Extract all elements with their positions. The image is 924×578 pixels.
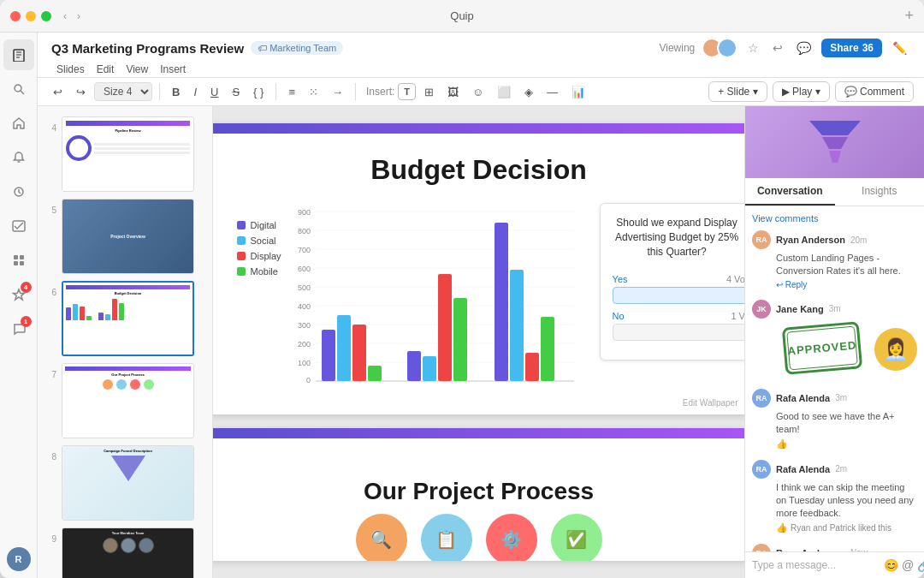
time-rafa-2: 2m <box>835 464 847 474</box>
sidebar-item-tasks[interactable] <box>3 211 34 241</box>
link-btn[interactable]: 🔗 <box>917 558 924 572</box>
code-btn[interactable]: { } <box>248 83 269 101</box>
insert-emoji-btn[interactable]: ☺ <box>467 83 489 101</box>
poll-no-votes: 1 Vote <box>731 311 744 321</box>
indent-btn[interactable]: → <box>327 83 348 101</box>
avatar-rafa-2: RA <box>752 460 771 479</box>
sidebar-item-starred[interactable]: 4 <box>3 279 34 310</box>
forward-button[interactable]: › <box>74 9 84 24</box>
underline-btn[interactable]: U <box>205 83 223 101</box>
slide-num-7: 7 <box>44 370 56 379</box>
italic-btn[interactable]: I <box>188 83 202 101</box>
slide-img-9[interactable]: Your Meridian Team <box>62 527 194 578</box>
slide-thumb-8[interactable]: 8 Campaign Funnel Description <box>38 442 212 524</box>
poll-option-no[interactable]: No 1 Vote <box>613 311 744 341</box>
maximize-button[interactable] <box>41 11 51 21</box>
align-btn[interactable]: ≡ <box>283 83 300 101</box>
redo-toolbar-btn[interactable]: ↪ <box>71 83 91 101</box>
name-rafa-1: Rafa Alenda <box>776 393 830 403</box>
slide-thumb-6[interactable]: 6 Budget Decision <box>38 277 212 360</box>
share-button[interactable]: Share 36 <box>821 39 882 57</box>
insert-shape-btn[interactable]: ◈ <box>519 83 538 101</box>
team-icon: 🏷 <box>258 43 267 53</box>
chat-icon-button[interactable]: 💬 <box>793 39 814 57</box>
size-select[interactable]: Size 4 <box>94 82 152 101</box>
bold-btn[interactable]: B <box>167 83 185 101</box>
edit-button[interactable]: ✏️ <box>889 39 910 57</box>
slide-img-7[interactable]: Our Project Process <box>62 363 194 438</box>
tab-insights[interactable]: Insights <box>835 178 925 206</box>
process-circle-2: 📋 <box>421 514 472 561</box>
slide-img-4[interactable]: Pipeline Review <box>62 116 194 192</box>
doc-header-right: Viewing ☆ ↩ 💬 Share 36 ✏️ <box>659 38 910 58</box>
comment-jane: JK Jane Kang 3m APPROVED 👩‍💼 <box>752 300 917 378</box>
slide-num-9: 9 <box>44 534 56 544</box>
toolbar-divider-2 <box>275 83 276 100</box>
poll-no-label: No <box>613 311 625 321</box>
slide-thumb-9[interactable]: 9 Your Meridian Team <box>38 524 212 578</box>
back-button[interactable]: ‹ <box>60 9 70 24</box>
svg-rect-12 <box>20 261 24 265</box>
svg-text:0: 0 <box>306 376 311 384</box>
svg-rect-36 <box>352 325 366 381</box>
slide-img-6[interactable]: Budget Decision <box>62 281 194 356</box>
play-btn[interactable]: ▶ Play ▾ <box>773 81 830 102</box>
sidebar-item-home[interactable] <box>3 108 34 139</box>
undo-button[interactable]: ↩ <box>769 39 786 57</box>
second-slide-inner: Our Project Process 🔍 📋 ⚙️ ✅ <box>213 438 744 561</box>
svg-rect-34 <box>322 330 335 381</box>
insert-image-btn[interactable]: 🖼 <box>442 83 464 101</box>
slide-btn[interactable]: + Slide ▾ <box>708 81 767 102</box>
doc-team-badge: 🏷 Marketing Team <box>251 41 343 55</box>
legend-social: Social <box>237 235 281 246</box>
slide-img-8[interactable]: Campaign Funnel Description <box>62 445 194 521</box>
at-btn[interactable]: @ <box>902 558 914 572</box>
toolbar-right: + Slide ▾ ▶ Play ▾ 💬 Comment <box>708 81 914 102</box>
edit-wallpaper-label[interactable]: Edit Wallpaper <box>683 398 738 408</box>
sidebar-item-recent[interactable] <box>3 176 34 207</box>
user-avatar[interactable]: R <box>7 547 31 571</box>
poll-option-yes[interactable]: Yes 4 Votes <box>613 274 744 304</box>
comment-rafa-2: RA Rafa Alenda 2m I think we can skip th… <box>752 460 917 533</box>
menu-view[interactable]: View <box>121 62 153 77</box>
message-input[interactable] <box>752 559 880 571</box>
star-button[interactable]: ☆ <box>744 39 762 57</box>
svg-text:800: 800 <box>298 227 311 235</box>
bullet-btn[interactable]: ⁙ <box>304 83 323 101</box>
sidebar-item-chat[interactable]: 1 <box>3 313 34 344</box>
emoji-btn[interactable]: 😊 <box>884 558 898 572</box>
slide-thumb-7[interactable]: 7 Our Project Process <box>38 360 212 442</box>
menu-insert[interactable]: Insert <box>155 62 191 77</box>
comment-ryan-1: RA Ryan Anderson 20m Custom Landing Page… <box>752 230 917 289</box>
slide-thumb-4[interactable]: 4 Pipeline Review <box>38 113 212 195</box>
sidebar-item-notifications[interactable] <box>3 142 34 173</box>
menu-slides[interactable]: Slides <box>51 62 90 77</box>
sidebar-item-search[interactable] <box>3 74 34 104</box>
undo-toolbar-btn[interactable]: ↩ <box>48 83 68 101</box>
legend-label-display: Display <box>251 251 281 261</box>
slide-num-6: 6 <box>44 288 56 297</box>
slide-img-5[interactable]: Project Overview <box>62 199 194 274</box>
insert-text-btn[interactable]: T <box>398 83 416 100</box>
slide-thumb-5[interactable]: 5 Project Overview <box>38 195 212 277</box>
strikethrough-btn[interactable]: S <box>227 83 245 101</box>
menu-edit[interactable]: Edit <box>92 62 120 77</box>
insert-link-btn[interactable]: ⬜ <box>492 83 516 101</box>
chart-area: Digital Social Display <box>237 203 721 395</box>
poll-bar-no <box>613 324 744 341</box>
second-slide-top-bar <box>213 428 744 438</box>
close-button[interactable] <box>10 11 21 21</box>
insert-more-btn[interactable]: — <box>542 83 563 101</box>
insert-table-btn[interactable]: ⊞ <box>419 83 439 101</box>
view-comments-link[interactable]: View comments <box>752 213 917 223</box>
new-tab-button[interactable]: + <box>904 7 914 25</box>
sidebar-item-grid[interactable] <box>3 245 34 276</box>
insert-chart-btn[interactable]: 📊 <box>566 83 590 101</box>
avatar-ryan-1: RA <box>752 230 771 249</box>
minimize-button[interactable] <box>26 11 36 21</box>
tab-conversation[interactable]: Conversation <box>745 178 835 206</box>
sidebar-item-docs[interactable] <box>3 39 34 70</box>
comment-btn[interactable]: 💬 Comment <box>835 81 914 102</box>
svg-rect-45 <box>541 317 554 381</box>
reply-ryan-1[interactable]: ↩ Reply <box>776 280 917 289</box>
